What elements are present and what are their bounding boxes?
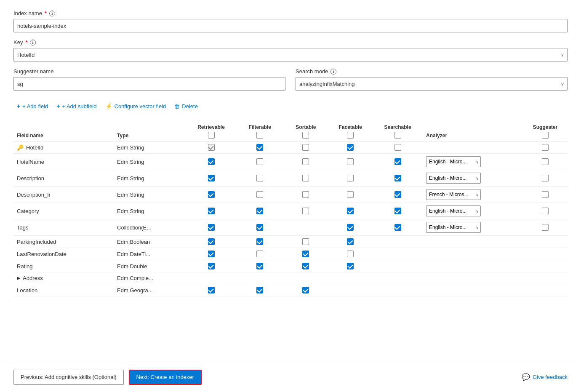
field-checkbox[interactable] xyxy=(208,251,215,257)
field-checkbox[interactable] xyxy=(256,224,263,231)
field-type: Edm.Boolean xyxy=(114,236,186,248)
field-checkbox[interactable] xyxy=(347,238,354,245)
field-checkbox[interactable] xyxy=(394,175,401,181)
table-row: ▶AddressEdm.Comple... xyxy=(13,272,568,284)
configure-vector-button[interactable]: ⚡ Configure vector field xyxy=(102,101,170,112)
field-checkbox[interactable] xyxy=(347,158,354,165)
add-subfield-button[interactable]: + + Add subfield xyxy=(53,101,100,112)
field-checkbox[interactable] xyxy=(394,208,401,214)
header-facetable-checkbox[interactable] xyxy=(347,132,354,139)
field-checkbox[interactable] xyxy=(208,158,215,165)
table-row: LocationEdm.Geogra... xyxy=(13,284,568,296)
field-checkbox[interactable] xyxy=(347,144,354,151)
analyzer-select[interactable]: English - Micro... xyxy=(426,205,481,216)
field-checkbox[interactable] xyxy=(542,158,549,165)
field-checkbox[interactable] xyxy=(394,158,401,165)
field-checkbox[interactable] xyxy=(347,208,354,214)
field-checkbox[interactable] xyxy=(256,238,263,245)
field-checkbox[interactable] xyxy=(347,175,354,181)
analyzer-select[interactable]: English - Micro... xyxy=(426,156,481,167)
add-subfield-label: + Add subfield xyxy=(62,103,96,109)
field-checkbox[interactable] xyxy=(208,144,215,151)
field-checkbox[interactable] xyxy=(208,287,215,293)
configure-vector-icon: ⚡ xyxy=(105,103,112,109)
field-checkbox[interactable] xyxy=(256,175,263,181)
index-name-input[interactable] xyxy=(13,19,568,32)
header-sortable-checkbox[interactable] xyxy=(302,132,309,139)
field-name: Description xyxy=(17,175,44,181)
field-checkbox[interactable] xyxy=(208,208,215,214)
field-checkbox[interactable] xyxy=(394,144,401,151)
feedback-button[interactable]: 💬 Give feedback xyxy=(522,373,568,381)
field-type: Edm.Geogra... xyxy=(114,284,186,296)
field-checkbox[interactable] xyxy=(302,144,309,151)
field-type: Edm.String xyxy=(114,170,186,187)
field-type: Edm.Double xyxy=(114,260,186,272)
table-row: CategoryEdm.StringEnglish - Micro...∨ xyxy=(13,203,568,219)
search-mode-info-icon[interactable]: ℹ xyxy=(330,69,336,75)
field-checkbox[interactable] xyxy=(256,263,263,269)
header-suggester-checkbox[interactable] xyxy=(542,132,549,139)
field-checkbox[interactable] xyxy=(208,263,215,269)
header-searchable-checkbox[interactable] xyxy=(394,132,401,139)
field-checkbox[interactable] xyxy=(542,175,549,181)
suggester-name-input[interactable] xyxy=(13,77,285,91)
field-checkbox[interactable] xyxy=(302,191,309,198)
field-checkbox[interactable] xyxy=(542,208,549,214)
analyzer-select[interactable]: English - Micro... xyxy=(426,173,481,184)
key-info-icon[interactable]: ℹ xyxy=(30,40,36,45)
field-checkbox[interactable] xyxy=(302,208,309,214)
field-checkbox[interactable] xyxy=(256,251,263,257)
next-button[interactable]: Next: Create an indexer xyxy=(129,370,202,385)
field-checkbox[interactable] xyxy=(256,144,263,151)
field-type: Edm.String xyxy=(114,203,186,219)
field-checkbox[interactable] xyxy=(208,175,215,181)
field-name: ParkingIncluded xyxy=(17,239,56,245)
field-type: Edm.String xyxy=(114,141,186,154)
field-checkbox[interactable] xyxy=(302,158,309,165)
field-checkbox[interactable] xyxy=(542,191,549,198)
field-checkbox[interactable] xyxy=(208,224,215,231)
key-required: * xyxy=(25,39,27,45)
field-checkbox[interactable] xyxy=(256,208,263,214)
field-checkbox[interactable] xyxy=(302,251,309,257)
field-checkbox[interactable] xyxy=(256,287,263,293)
delete-field-button[interactable]: 🗑 Delete xyxy=(171,101,201,112)
field-checkbox[interactable] xyxy=(347,251,354,257)
search-mode-label: Search mode xyxy=(296,68,328,75)
field-checkbox[interactable] xyxy=(542,144,549,151)
add-field-button[interactable]: + + Add field xyxy=(13,101,51,112)
field-checkbox[interactable] xyxy=(208,238,215,245)
field-checkbox[interactable] xyxy=(542,224,549,231)
analyzer-select[interactable]: English - Micro... xyxy=(426,222,481,233)
index-name-info-icon[interactable]: ℹ xyxy=(49,11,55,16)
field-checkbox[interactable] xyxy=(347,263,354,269)
table-row: TagsCollection(E...English - Micro...∨ xyxy=(13,219,568,236)
table-row: HotelNameEdm.StringEnglish - Micro...∨ xyxy=(13,154,568,170)
prev-button[interactable]: Previous: Add cognitive skills (Optional… xyxy=(13,370,124,385)
key-select[interactable]: HotelId xyxy=(13,48,568,61)
field-checkbox[interactable] xyxy=(302,238,309,245)
header-filterable-checkbox[interactable] xyxy=(256,132,263,139)
field-checkbox[interactable] xyxy=(302,263,309,269)
field-checkbox[interactable] xyxy=(208,191,215,198)
field-name: Category xyxy=(17,208,39,214)
header-retrievable-checkbox[interactable] xyxy=(208,132,215,139)
footer: Previous: Add cognitive skills (Optional… xyxy=(0,362,581,392)
field-checkbox[interactable] xyxy=(347,191,354,198)
analyzer-select[interactable]: French - Micros... xyxy=(426,189,481,200)
analyzer-select-wrapper: English - Micro...∨ xyxy=(426,156,481,167)
field-checkbox[interactable] xyxy=(256,191,263,198)
field-type: Edm.String xyxy=(114,187,186,203)
field-checkbox[interactable] xyxy=(347,224,354,231)
field-checkbox[interactable] xyxy=(394,224,401,231)
search-mode-select[interactable]: analyzingInfixMatching xyxy=(296,77,568,91)
field-checkbox[interactable] xyxy=(256,158,263,165)
field-name: LastRenovationDate xyxy=(17,251,67,257)
analyzer-select-wrapper: English - Micro...∨ xyxy=(426,205,481,216)
expand-icon[interactable]: ▶ xyxy=(17,275,20,281)
th-facetable: Facetable xyxy=(328,122,373,141)
field-checkbox[interactable] xyxy=(302,175,309,181)
field-checkbox[interactable] xyxy=(302,287,309,293)
field-checkbox[interactable] xyxy=(394,191,401,198)
